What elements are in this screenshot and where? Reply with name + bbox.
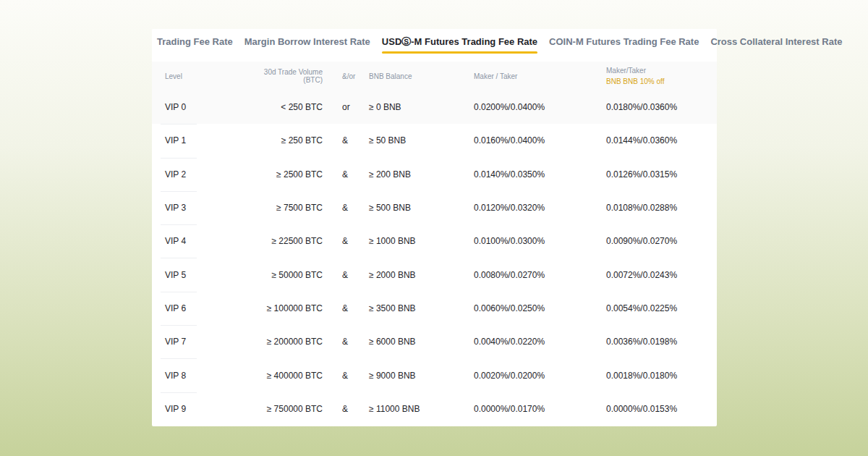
tab-usdm-futures-trading-fee-rate[interactable]: USDⓈ-M Futures Trading Fee Rate: [382, 36, 537, 48]
level-cell: VIP 5: [165, 270, 246, 280]
trade-volume-cell: ≥ 50000 BTC: [246, 270, 323, 280]
bnb-balance-cell: ≥ 1000 BNB: [369, 236, 474, 246]
bnb-balance-cell: ≥ 50 BNB: [369, 135, 474, 145]
table-row: VIP 7 ≥ 200000 BTC & ≥ 6000 BNB 0.0040%/…: [152, 325, 717, 358]
andor-cell: &: [323, 371, 369, 381]
bnb-balance-cell: ≥ 200 BNB: [369, 169, 474, 180]
table-row: VIP 4 ≥ 22500 BTC & ≥ 1000 BNB 0.0100%/0…: [152, 224, 717, 258]
maker-taker-cell: 0.0200%/0.0400%: [474, 102, 606, 112]
table-row: VIP 8 ≥ 400000 BTC & ≥ 9000 BNB 0.0020%/…: [152, 358, 717, 392]
level-cell: VIP 1: [165, 135, 246, 145]
maker-taker-cell: 0.0160%/0.0400%: [474, 135, 606, 145]
table-body: VIP 0 < 250 BTC or ≥ 0 BNB 0.0200%/0.040…: [152, 90, 717, 426]
maker-taker-cell: 0.0100%/0.0300%: [474, 236, 606, 246]
andor-cell: &: [323, 135, 369, 145]
andor-cell: or: [323, 102, 369, 112]
bnb-balance-cell: ≥ 0 BNB: [369, 102, 474, 112]
table-row: VIP 0 < 250 BTC or ≥ 0 BNB 0.0200%/0.040…: [152, 90, 717, 124]
bnb-balance-cell: ≥ 9000 BNB: [369, 371, 474, 381]
column-header-andor: &/or: [323, 72, 369, 80]
maker-taker-bnb-cell: 0.0018%/0.0180%: [606, 371, 704, 381]
trade-volume-cell: ≥ 400000 BTC: [246, 371, 323, 381]
maker-taker-cell: 0.0120%/0.0320%: [474, 203, 606, 213]
trade-volume-cell: ≥ 7500 BTC: [246, 203, 323, 213]
column-header-bnb-balance: BNB Balance: [369, 72, 474, 80]
tab-cross-collateral-interest-rate[interactable]: Cross Collateral Interest Rate: [710, 36, 842, 48]
trade-volume-cell: ≥ 2500 BTC: [246, 169, 323, 180]
trade-volume-cell: < 250 BTC: [246, 102, 323, 112]
maker-taker-bnb-cell: 0.0180%/0.0360%: [606, 102, 704, 112]
level-cell: VIP 6: [165, 303, 246, 313]
column-header-level: Level: [165, 72, 246, 80]
andor-cell: &: [323, 270, 369, 280]
andor-cell: &: [323, 404, 369, 414]
table-row: VIP 5 ≥ 50000 BTC & ≥ 2000 BNB 0.0080%/0…: [152, 258, 717, 291]
table-row: VIP 6 ≥ 100000 BTC & ≥ 3500 BNB 0.0060%/…: [152, 292, 717, 325]
table-row: VIP 1 ≥ 250 BTC & ≥ 50 BNB 0.0160%/0.040…: [152, 124, 717, 157]
trade-volume-cell: ≥ 100000 BTC: [246, 303, 323, 313]
maker-taker-bnb-cell: 0.0072%/0.0243%: [606, 270, 704, 280]
trade-volume-cell: ≥ 750000 BTC: [246, 404, 323, 414]
column-header-maker-taker: Maker / Taker: [474, 72, 606, 80]
table-row: VIP 2 ≥ 2500 BTC & ≥ 200 BNB 0.0140%/0.0…: [152, 158, 717, 191]
trade-volume-cell: ≥ 22500 BTC: [246, 236, 323, 246]
trade-volume-cell: ≥ 200000 BTC: [246, 337, 323, 347]
table-row: VIP 9 ≥ 750000 BTC & ≥ 11000 BNB 0.0000%…: [152, 392, 717, 426]
maker-taker-cell: 0.0060%/0.0250%: [474, 303, 606, 313]
level-cell: VIP 3: [165, 203, 246, 213]
table-row: VIP 3 ≥ 7500 BTC & ≥ 500 BNB 0.0120%/0.0…: [152, 191, 717, 224]
maker-taker-cell: 0.0020%/0.0200%: [474, 371, 606, 381]
fee-rate-card: Trading Fee Rate Margin Borrow Interest …: [152, 29, 717, 426]
level-cell: VIP 4: [165, 236, 246, 246]
maker-taker-cell: 0.0000%/0.0170%: [474, 404, 606, 414]
tab-margin-borrow-interest-rate[interactable]: Margin Borrow Interest Rate: [244, 36, 370, 48]
andor-cell: &: [323, 203, 369, 213]
column-header-volume: 30d Trade Volume (BTC): [246, 68, 323, 84]
table-header-row: Level 30d Trade Volume (BTC) &/or BNB Ba…: [152, 62, 717, 90]
level-cell: VIP 2: [165, 169, 246, 180]
level-cell: VIP 7: [165, 337, 246, 347]
maker-taker-cell: 0.0040%/0.0220%: [474, 337, 606, 347]
maker-taker-bnb-cell: 0.0144%/0.0360%: [606, 135, 704, 145]
maker-taker-bnb-cell: 0.0000%/0.0153%: [606, 404, 704, 414]
andor-cell: &: [323, 337, 369, 347]
trade-volume-cell: ≥ 250 BTC: [246, 135, 323, 145]
maker-taker-bnb-cell: 0.0054%/0.0225%: [606, 303, 704, 313]
andor-cell: &: [323, 236, 369, 246]
level-cell: VIP 8: [165, 371, 246, 381]
bnb-discount-label: BNB BNB 10% off: [606, 77, 704, 86]
maker-taker-cell: 0.0140%/0.0350%: [474, 169, 606, 180]
andor-cell: &: [323, 303, 369, 313]
maker-taker-bnb-cell: 0.0108%/0.0288%: [606, 203, 704, 213]
maker-taker-bnb-label: Maker/Taker: [606, 67, 704, 75]
level-cell: VIP 0: [165, 102, 246, 112]
maker-taker-cell: 0.0080%/0.0270%: [474, 270, 606, 280]
tab-bar: Trading Fee Rate Margin Borrow Interest …: [152, 29, 717, 62]
bnb-balance-cell: ≥ 6000 BNB: [369, 337, 474, 347]
bnb-balance-cell: ≥ 11000 BNB: [369, 404, 474, 414]
level-cell: VIP 9: [165, 404, 246, 414]
tab-trading-fee-rate[interactable]: Trading Fee Rate: [157, 36, 233, 48]
maker-taker-bnb-cell: 0.0090%/0.0270%: [606, 236, 704, 246]
bnb-balance-cell: ≥ 2000 BNB: [369, 270, 474, 280]
maker-taker-bnb-cell: 0.0036%/0.0198%: [606, 337, 704, 347]
bnb-balance-cell: ≥ 500 BNB: [369, 203, 474, 213]
tab-coinm-futures-trading-fee-rate[interactable]: COIN-M Futures Trading Fee Rate: [549, 36, 699, 48]
andor-cell: &: [323, 169, 369, 180]
bnb-balance-cell: ≥ 3500 BNB: [369, 303, 474, 313]
column-header-maker-taker-bnb: Maker/Taker BNB BNB 10% off: [606, 67, 704, 86]
maker-taker-bnb-cell: 0.0126%/0.0315%: [606, 169, 704, 180]
